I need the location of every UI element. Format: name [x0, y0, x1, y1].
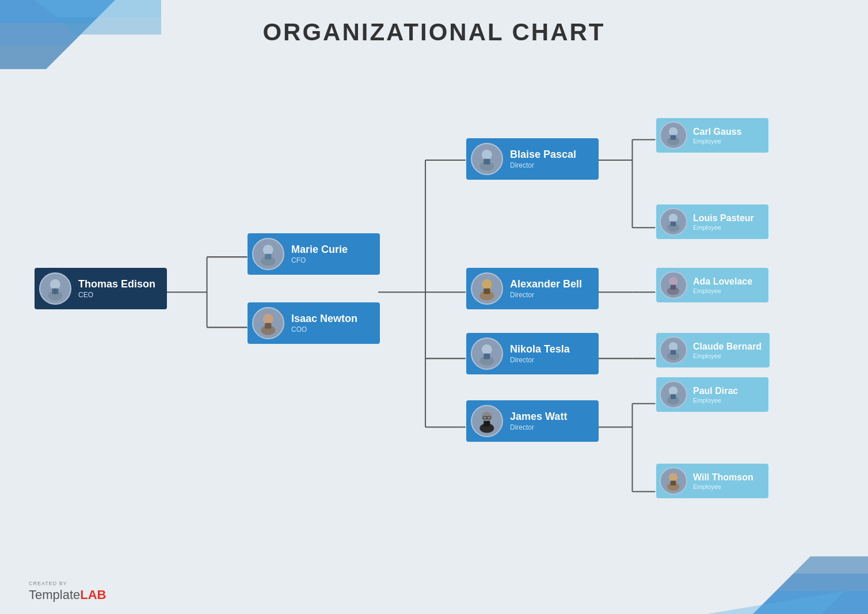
dir4-avatar — [471, 405, 503, 437]
emp5-node: Paul Dirac Employee — [656, 377, 768, 412]
svg-point-41 — [482, 150, 492, 160]
footer-template-text: Template — [29, 588, 80, 602]
coo-avatar — [252, 307, 284, 339]
cfo-node: Marie Curie CFO — [248, 233, 380, 275]
svg-rect-61 — [671, 222, 676, 226]
emp4-node: Claude Bernard Employee — [656, 333, 770, 367]
dir3-name: Nikola Tesla — [510, 343, 570, 356]
svg-rect-46 — [484, 289, 490, 294]
emp6-node: Will Thomson Employee — [656, 464, 768, 498]
dir4-node: James Watt Director — [466, 400, 599, 442]
ceo-node: Thomas Edison CEO — [35, 268, 167, 309]
emp2-role: Employee — [693, 224, 754, 231]
emp4-role: Employee — [693, 353, 762, 359]
svg-rect-49 — [484, 354, 490, 359]
svg-marker-6 — [776, 574, 868, 591]
emp5-role: Employee — [693, 397, 738, 404]
page-title: ORGANIZATIONAL CHART — [0, 18, 868, 46]
dir3-role: Director — [510, 356, 570, 364]
svg-point-65 — [669, 343, 677, 351]
svg-rect-64 — [671, 285, 676, 290]
emp6-avatar — [660, 467, 687, 495]
footer-created-by: CREATED BY — [29, 581, 106, 586]
cfo-name: Marie Curie — [291, 244, 348, 256]
org-chart: Thomas Edison CEO Marie Curie CFO — [23, 63, 845, 568]
emp6-role: Employee — [693, 483, 753, 490]
svg-rect-70 — [671, 395, 676, 399]
emp3-avatar — [660, 271, 687, 299]
svg-marker-5 — [753, 591, 868, 614]
dir2-role: Director — [510, 291, 582, 299]
svg-point-35 — [263, 245, 273, 255]
cfo-avatar — [252, 238, 284, 270]
dir2-name: Alexander Bell — [510, 278, 582, 291]
svg-rect-67 — [671, 350, 676, 355]
emp2-node: Louis Pasteur Employee — [656, 204, 768, 239]
svg-point-56 — [669, 128, 677, 137]
dir1-role: Director — [510, 161, 576, 169]
emp2-avatar — [660, 208, 687, 236]
ceo-role: CEO — [78, 291, 155, 299]
footer: CREATED BY TemplateLAB — [29, 581, 106, 602]
dir1-name: Blaise Pascal — [510, 149, 576, 161]
svg-point-38 — [263, 314, 273, 324]
dir4-name: James Watt — [510, 411, 567, 423]
svg-point-44 — [482, 279, 492, 290]
svg-rect-43 — [484, 159, 490, 165]
svg-rect-37 — [265, 254, 271, 260]
dir1-node: Blaise Pascal Director — [466, 138, 599, 180]
emp4-name: Claude Bernard — [693, 341, 762, 352]
dir4-role: Director — [510, 423, 567, 431]
coo-name: Isaac Newton — [291, 313, 357, 325]
svg-rect-58 — [671, 135, 676, 140]
svg-marker-7 — [707, 591, 845, 614]
svg-rect-73 — [671, 481, 676, 486]
emp3-name: Ada Lovelace — [693, 276, 752, 287]
dir3-avatar — [471, 338, 503, 370]
dir3-node: Nikola Tesla Director — [466, 333, 599, 374]
svg-rect-55 — [484, 421, 490, 427]
ceo-name: Thomas Edison — [78, 278, 155, 291]
emp1-node: Carl Gauss Employee — [656, 118, 768, 153]
emp3-node: Ada Lovelace Employee — [656, 268, 768, 302]
emp5-avatar — [660, 381, 687, 408]
ceo-avatar — [39, 272, 71, 305]
emp1-avatar — [660, 122, 687, 149]
emp6-name: Will Thomson — [693, 472, 753, 483]
dir2-avatar — [471, 272, 503, 305]
footer-lab-accent: LAB — [80, 588, 106, 602]
emp2-name: Louis Pasteur — [693, 213, 754, 223]
cfo-role: CFO — [291, 256, 348, 264]
emp4-avatar — [660, 336, 687, 364]
coo-role: COO — [291, 325, 357, 333]
svg-point-31 — [50, 279, 60, 290]
dir2-node: Alexander Bell Director — [466, 268, 599, 309]
svg-marker-3 — [35, 0, 161, 17]
emp1-role: Employee — [693, 138, 741, 145]
footer-lab-text: LAB — [80, 588, 106, 602]
dir1-avatar — [471, 143, 503, 175]
emp1-name: Carl Gauss — [693, 126, 741, 137]
svg-point-62 — [669, 278, 677, 286]
emp3-role: Employee — [693, 287, 752, 294]
svg-point-71 — [669, 473, 677, 482]
emp5-name: Paul Dirac — [693, 385, 738, 396]
svg-rect-40 — [265, 323, 271, 329]
svg-point-47 — [482, 344, 492, 355]
svg-point-59 — [669, 214, 677, 223]
svg-point-68 — [669, 387, 677, 396]
coo-node: Isaac Newton COO — [248, 302, 380, 344]
chart-area: Thomas Edison CEO Marie Curie CFO — [23, 63, 845, 568]
